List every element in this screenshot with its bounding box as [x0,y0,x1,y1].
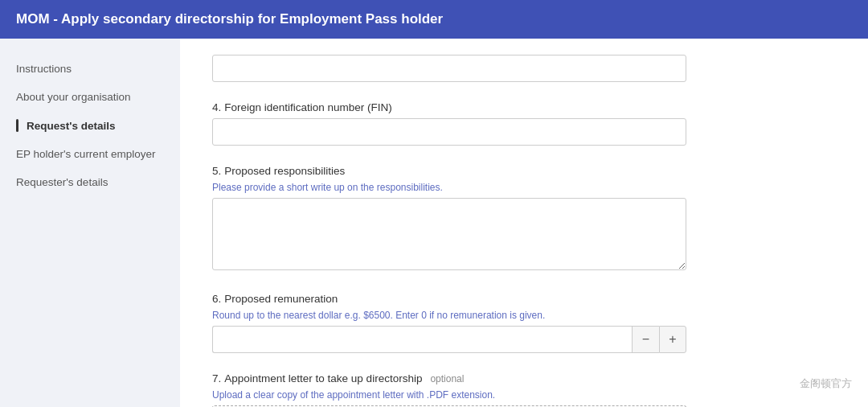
field4-number: 4. [212,101,221,113]
sidebar-item-ep-holder[interactable]: EP holder's current employer [0,140,180,168]
sidebar-item-about-org[interactable]: About your organisation [0,83,180,111]
header: MOM - Apply secondary directorship for E… [0,0,868,39]
field5-hint: Please provide a short write up on the r… [212,182,836,193]
top-input-section [212,55,836,82]
field6-section: 6. Proposed remuneration Round up to the… [212,293,836,353]
field7-section: 7. Appointment letter to take up directo… [212,372,836,407]
field7-number: 7. [212,372,221,384]
main-content: 4. Foreign identification number (FIN) 5… [180,39,868,407]
sidebar-item-instructions[interactable]: Instructions [0,55,180,83]
fin-input[interactable] [212,118,686,146]
field6-number: 6. [212,293,221,305]
field6-label: Proposed remuneration [224,293,338,305]
field5-number: 5. [212,165,221,177]
field6-hint: Round up to the nearest dollar e.g. $650… [212,310,836,321]
field5-section: 5. Proposed responsibilities Please prov… [212,165,836,273]
field7-hint: Upload a clear copy of the appointment l… [212,389,836,401]
field5-label: Proposed responsibilities [224,165,345,177]
header-title: MOM - Apply secondary directorship for E… [16,11,443,27]
sidebar: Instructions About your organisation Req… [0,39,180,407]
responsibilities-textarea[interactable] [212,198,686,270]
decrement-button[interactable]: − [632,326,659,353]
remuneration-input[interactable] [212,326,632,353]
field4-section: 4. Foreign identification number (FIN) [212,101,836,146]
field4-label: Foreign identification number (FIN) [224,101,392,113]
increment-button[interactable]: + [659,326,686,353]
field7-label: Appointment letter to take up directorsh… [224,372,422,384]
field7-optional: optional [430,373,464,384]
sidebar-item-requester[interactable]: Requester's details [0,168,180,196]
top-input[interactable] [212,55,686,82]
sidebar-item-requests-details[interactable]: Request's details [0,111,180,140]
